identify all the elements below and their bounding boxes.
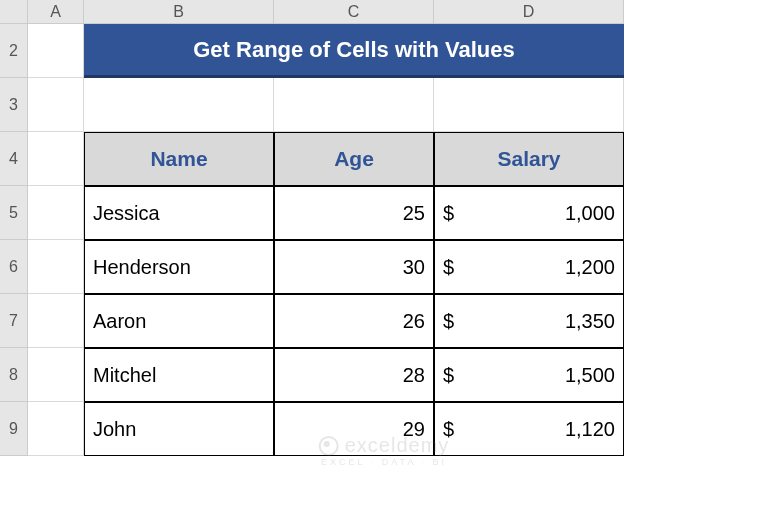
cell-C3[interactable]	[274, 78, 434, 132]
row-header-9[interactable]: 9	[0, 402, 28, 456]
cell-salary-1[interactable]: $ 1,200	[434, 240, 624, 294]
currency-symbol: $	[443, 256, 454, 279]
cell-age-0[interactable]: 25	[274, 186, 434, 240]
currency-symbol: $	[443, 202, 454, 225]
cell-A3[interactable]	[28, 78, 84, 132]
currency-symbol: $	[443, 310, 454, 333]
salary-value-3: 1,500	[565, 364, 615, 387]
col-header-A[interactable]: A	[28, 0, 84, 24]
row-header-5[interactable]: 5	[0, 186, 28, 240]
cell-A2[interactable]	[28, 24, 84, 78]
header-salary[interactable]: Salary	[434, 132, 624, 186]
cell-age-4[interactable]: 29	[274, 402, 434, 456]
cell-A6[interactable]	[28, 240, 84, 294]
cell-D3[interactable]	[434, 78, 624, 132]
cell-A7[interactable]	[28, 294, 84, 348]
cell-A4[interactable]	[28, 132, 84, 186]
currency-symbol: $	[443, 418, 454, 441]
watermark-tagline: EXCEL · DATA · BI	[319, 457, 450, 467]
cell-salary-0[interactable]: $ 1,000	[434, 186, 624, 240]
salary-value-2: 1,350	[565, 310, 615, 333]
cell-salary-3[interactable]: $ 1,500	[434, 348, 624, 402]
col-header-D[interactable]: D	[434, 0, 624, 24]
header-name[interactable]: Name	[84, 132, 274, 186]
cell-name-2[interactable]: Aaron	[84, 294, 274, 348]
cell-name-0[interactable]: Jessica	[84, 186, 274, 240]
col-header-B[interactable]: B	[84, 0, 274, 24]
cell-salary-2[interactable]: $ 1,350	[434, 294, 624, 348]
cell-name-3[interactable]: Mitchel	[84, 348, 274, 402]
row-header-2[interactable]: 2	[0, 24, 28, 78]
column-headers: A B C D	[0, 0, 768, 24]
cell-salary-4[interactable]: $ 1,120	[434, 402, 624, 456]
cell-age-3[interactable]: 28	[274, 348, 434, 402]
cell-A9[interactable]	[28, 402, 84, 456]
row-header-6[interactable]: 6	[0, 240, 28, 294]
title-text: Get Range of Cells with Values	[193, 37, 515, 63]
worksheet-grid: 2 Get Range of Cells with Values 3 4 Nam…	[0, 24, 768, 456]
cell-B3[interactable]	[84, 78, 274, 132]
col-header-C[interactable]: C	[274, 0, 434, 24]
cell-age-2[interactable]: 26	[274, 294, 434, 348]
header-age[interactable]: Age	[274, 132, 434, 186]
select-all-corner[interactable]	[0, 0, 28, 24]
row-header-3[interactable]: 3	[0, 78, 28, 132]
cell-A8[interactable]	[28, 348, 84, 402]
cell-A5[interactable]	[28, 186, 84, 240]
cell-age-1[interactable]: 30	[274, 240, 434, 294]
salary-value-1: 1,200	[565, 256, 615, 279]
salary-value-0: 1,000	[565, 202, 615, 225]
cell-name-1[interactable]: Henderson	[84, 240, 274, 294]
row-header-4[interactable]: 4	[0, 132, 28, 186]
currency-symbol: $	[443, 364, 454, 387]
salary-value-4: 1,120	[565, 418, 615, 441]
cell-name-4[interactable]: John	[84, 402, 274, 456]
row-header-7[interactable]: 7	[0, 294, 28, 348]
row-header-8[interactable]: 8	[0, 348, 28, 402]
title-banner[interactable]: Get Range of Cells with Values	[84, 24, 624, 78]
